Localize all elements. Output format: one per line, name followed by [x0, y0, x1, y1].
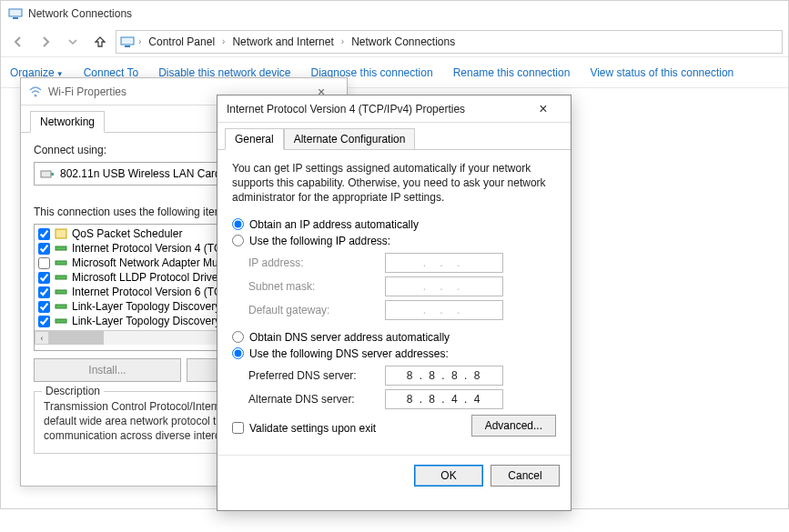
cancel-button[interactable]: Cancel	[491, 465, 560, 487]
forward-button[interactable]	[34, 30, 57, 54]
tab-alternate-configuration[interactable]: Alternate Configuration	[284, 128, 416, 150]
breadcrumb-item[interactable]: Network Connections	[348, 34, 459, 50]
ip-auto-radio[interactable]	[232, 218, 244, 230]
ipv4-body: You can get IP settings assigned automat…	[217, 150, 571, 446]
tab-general[interactable]: General	[225, 128, 284, 150]
dns-manual-radio[interactable]	[232, 347, 244, 359]
validate-label: Validate settings upon exit	[249, 422, 376, 435]
install-button[interactable]: Install...	[34, 358, 181, 382]
item-label: Microsoft LLDP Protocol Driver	[72, 271, 222, 284]
svg-rect-5	[41, 171, 51, 177]
protocol-icon	[54, 243, 68, 254]
preferred-dns-label: Preferred DNS server:	[248, 369, 385, 382]
item-checkbox[interactable]	[38, 272, 50, 284]
svg-rect-1	[13, 17, 18, 19]
back-button[interactable]	[6, 30, 30, 54]
item-checkbox[interactable]	[38, 228, 50, 240]
dns-manual-radio-row[interactable]: Use the following DNS server addresses:	[232, 347, 556, 360]
default-gateway-label: Default gateway:	[248, 304, 385, 316]
item-checkbox[interactable]	[38, 286, 50, 298]
chevron-right-icon: ›	[138, 36, 141, 46]
navigation-row: › Control Panel › Network and Internet ›…	[1, 26, 788, 57]
ip-address-field: . . .	[385, 253, 503, 273]
ip-auto-radio-row[interactable]: Obtain an IP address automatically	[232, 218, 556, 231]
recent-dropdown[interactable]	[61, 30, 85, 54]
protocol-icon	[54, 257, 68, 268]
protocol-icon	[54, 316, 68, 326]
subnet-mask-field: . . .	[385, 276, 503, 296]
tab-networking[interactable]: Networking	[30, 111, 105, 133]
adapter-name: 802.11n USB Wireless LAN Card	[60, 167, 221, 180]
ip-address-label: IP address:	[248, 256, 385, 269]
breadcrumb[interactable]: › Control Panel › Network and Internet ›…	[116, 30, 783, 54]
protocol-icon	[54, 286, 68, 297]
explorer-titlebar: Network Connections	[1, 1, 788, 26]
protocol-icon	[54, 272, 68, 283]
alternate-dns-field[interactable]: 8 . 8 . 4 . 4	[385, 389, 503, 409]
network-connections-icon	[120, 35, 135, 49]
rename-cmd[interactable]: Rename this connection	[453, 66, 571, 79]
svg-rect-6	[51, 173, 54, 176]
item-label: QoS Packet Scheduler	[72, 227, 182, 240]
ipv4-titlebar: Internet Protocol Version 4 (TCP/IPv4) P…	[217, 95, 571, 123]
ip-manual-radio[interactable]	[232, 235, 244, 246]
close-icon[interactable]: ×	[525, 101, 561, 117]
item-checkbox[interactable]	[38, 316, 50, 327]
svg-rect-2	[121, 37, 134, 45]
svg-rect-8	[56, 246, 66, 250]
alternate-dns-label: Alternate DNS server:	[248, 393, 385, 406]
breadcrumb-item[interactable]: Control Panel	[145, 34, 218, 50]
preferred-dns-field[interactable]: 8 . 8 . 8 . 8	[385, 366, 503, 386]
dialog-button-row: OK Cancel	[217, 455, 571, 496]
default-gateway-field: . . .	[385, 300, 503, 320]
svg-point-4	[35, 94, 37, 96]
dns-auto-radio[interactable]	[232, 331, 244, 343]
service-icon	[54, 228, 68, 239]
adapter-icon	[40, 166, 55, 181]
ip-manual-radio-row[interactable]: Use the following IP address:	[232, 235, 556, 247]
item-checkbox[interactable]	[38, 301, 50, 313]
svg-rect-11	[56, 290, 66, 294]
dns-auto-label: Obtain DNS server address automatically	[249, 331, 450, 344]
svg-rect-7	[56, 229, 66, 238]
svg-rect-10	[56, 276, 66, 279]
item-checkbox[interactable]	[38, 243, 50, 255]
up-button[interactable]	[88, 30, 112, 54]
svg-rect-0	[9, 9, 22, 16]
ip-auto-label: Obtain an IP address automatically	[249, 218, 419, 231]
dns-auto-radio-row[interactable]: Obtain DNS server address automatically	[232, 331, 556, 344]
breadcrumb-item[interactable]: Network and Internet	[228, 34, 337, 50]
protocol-icon	[54, 301, 68, 312]
scroll-left-arrow[interactable]: ‹	[35, 331, 49, 345]
svg-rect-12	[56, 305, 66, 308]
chevron-right-icon: ›	[222, 36, 225, 46]
scroll-thumb[interactable]	[49, 331, 104, 345]
wifi-icon	[28, 85, 43, 99]
validate-checkbox[interactable]	[232, 422, 244, 434]
ipv4-tab-row: General Alternate Configuration	[217, 123, 571, 150]
svg-rect-3	[125, 45, 130, 47]
svg-rect-13	[56, 319, 66, 323]
subnet-mask-label: Subnet mask:	[248, 280, 385, 293]
ip-manual-label: Use the following IP address:	[249, 235, 390, 247]
ipv4-title-text: Internet Protocol Version 4 (TCP/IPv4) P…	[227, 103, 525, 115]
svg-rect-9	[56, 261, 66, 265]
ok-button[interactable]: OK	[414, 465, 483, 487]
view-status-cmd[interactable]: View status of this connection	[590, 66, 733, 79]
network-connections-icon	[8, 6, 23, 21]
explorer-title-text: Network Connections	[28, 7, 132, 20]
chevron-right-icon: ›	[341, 36, 344, 46]
advanced-button[interactable]: Advanced...	[471, 415, 556, 437]
ipv4-properties-window: Internet Protocol Version 4 (TCP/IPv4) P…	[217, 95, 572, 511]
item-checkbox[interactable]	[38, 257, 50, 269]
intro-text: You can get IP settings assigned automat…	[232, 161, 556, 206]
description-legend: Description	[42, 385, 104, 397]
dns-manual-label: Use the following DNS server addresses:	[249, 347, 449, 360]
